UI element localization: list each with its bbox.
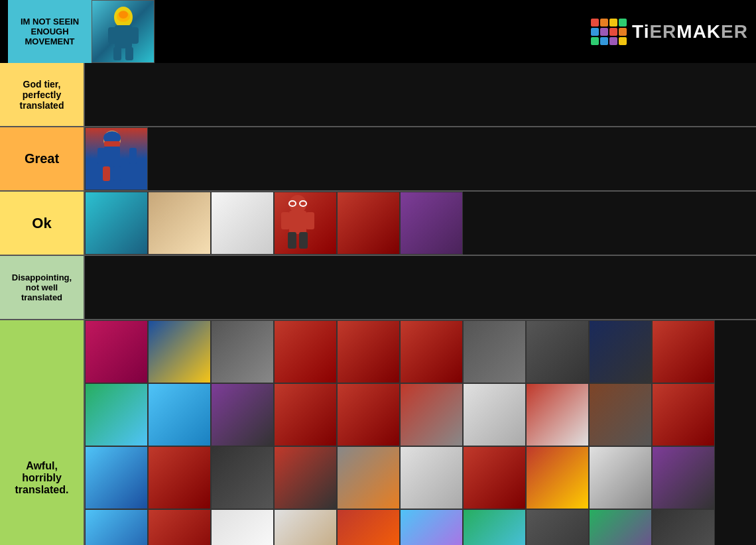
header-character	[92, 0, 155, 63]
tier-ok-text: Ok	[32, 215, 51, 232]
awful-char-22	[148, 446, 211, 509]
tier-label-ok: Ok	[0, 192, 84, 255]
logo-text: TiERMAKER	[632, 21, 748, 42]
svg-rect-11	[129, 148, 137, 164]
header-title: IM NOT SEEIN ENOUGH MOVEMENT	[8, 0, 155, 63]
awful-char-25-mando	[337, 446, 400, 509]
awful-char-28-flash	[526, 446, 589, 509]
tier-god-text: God tier, perfectly translated	[5, 79, 78, 111]
tier-items-great	[84, 127, 756, 190]
svg-rect-15	[104, 141, 120, 147]
awful-char-18-harley	[526, 383, 589, 446]
svg-rect-1	[115, 25, 132, 48]
awful-char-12	[148, 383, 211, 446]
awful-char-3-rey	[211, 320, 274, 383]
tier-label-awful: Awful, horribly translated.	[0, 320, 84, 545]
awful-char-19-groot	[589, 383, 652, 446]
tier-great-text: Great	[25, 151, 59, 166]
awful-char-27	[463, 446, 526, 509]
tier-row-great: Great	[0, 127, 756, 192]
ok-char-3	[211, 192, 274, 255]
awful-char-24	[274, 446, 337, 509]
tier-label-great: Great	[0, 127, 84, 190]
tier-awful-text: Awful, horribly translated.	[5, 460, 78, 496]
awful-char-29	[589, 446, 652, 509]
awful-char-21	[85, 446, 148, 509]
awful-char-38-kratos	[526, 509, 589, 545]
awful-char-17-stormtrooper	[463, 383, 526, 446]
svg-rect-10	[97, 148, 105, 164]
tier-disappoint-text: Disappointing, not well translated	[5, 272, 78, 302]
ok-char-6	[400, 192, 463, 255]
svg-rect-2	[108, 27, 116, 44]
awful-char-40	[652, 509, 715, 545]
awful-char-6	[400, 320, 463, 383]
awful-char-36	[400, 509, 463, 545]
svg-rect-17	[289, 211, 306, 234]
awful-char-35	[337, 509, 400, 545]
tier-label-disappoint: Disappointing, not well translated	[0, 256, 84, 319]
awful-char-31	[85, 509, 148, 545]
tier-items-god	[84, 63, 756, 126]
awful-char-23	[211, 446, 274, 509]
svg-rect-12	[103, 166, 110, 181]
ok-char-5	[337, 192, 400, 255]
ok-char-4-deadpool	[274, 192, 337, 255]
svg-point-25	[300, 202, 306, 206]
great-char-football	[85, 127, 148, 190]
awful-char-2-aquaman	[148, 320, 211, 383]
awful-char-15	[337, 383, 400, 446]
awful-char-39-gamora	[589, 509, 652, 545]
awful-char-10	[652, 320, 715, 383]
header: IM NOT SEEIN ENOUGH MOVEMENT	[0, 0, 756, 63]
awful-char-34	[274, 509, 337, 545]
tiermaker-logo: TiERMAKER	[591, 19, 748, 45]
tier-items-disappoint	[84, 256, 756, 319]
header-title-text: IM NOT SEEIN ENOUGH MOVEMENT	[12, 17, 88, 46]
awful-char-37	[463, 509, 526, 545]
svg-rect-18	[281, 212, 290, 229]
tier-row-disappoint: Disappointing, not well translated	[0, 256, 756, 320]
awful-char-9-batman	[589, 320, 652, 383]
tier-row-ok: Ok	[0, 192, 756, 256]
awful-char-30	[652, 446, 715, 509]
awful-char-16	[400, 383, 463, 446]
tier-row-god: God tier, perfectly translated	[0, 63, 756, 127]
awful-char-32	[148, 509, 211, 545]
ok-char-2	[148, 192, 211, 255]
tier-items-awful	[84, 320, 756, 545]
awful-char-33-marshmello	[211, 509, 274, 545]
svg-point-7	[119, 11, 128, 19]
tier-items-ok	[84, 192, 756, 255]
svg-rect-21	[299, 232, 308, 249]
svg-rect-5	[125, 47, 133, 60]
awful-char-7	[463, 320, 526, 383]
ok-char-1	[85, 192, 148, 255]
svg-rect-13	[113, 166, 121, 181]
awful-char-20	[652, 383, 715, 446]
logo-grid	[591, 19, 627, 45]
svg-point-24	[290, 202, 295, 206]
awful-char-5	[337, 320, 400, 383]
svg-rect-9	[104, 147, 120, 168]
awful-char-8	[526, 320, 589, 383]
svg-rect-4	[113, 47, 121, 60]
awful-char-14	[274, 383, 337, 446]
tier-row-awful: Awful, horribly translated.	[0, 320, 756, 545]
awful-char-1	[85, 320, 148, 383]
page-wrapper: IM NOT SEEIN ENOUGH MOVEMENT	[0, 0, 756, 545]
awful-char-11	[85, 383, 148, 446]
svg-rect-20	[288, 232, 296, 249]
svg-rect-3	[131, 27, 139, 44]
tier-label-god: God tier, perfectly translated	[0, 63, 84, 126]
svg-rect-19	[306, 212, 314, 229]
awful-char-4	[274, 320, 337, 383]
awful-char-13-batman2	[211, 383, 274, 446]
awful-char-26	[400, 446, 463, 509]
